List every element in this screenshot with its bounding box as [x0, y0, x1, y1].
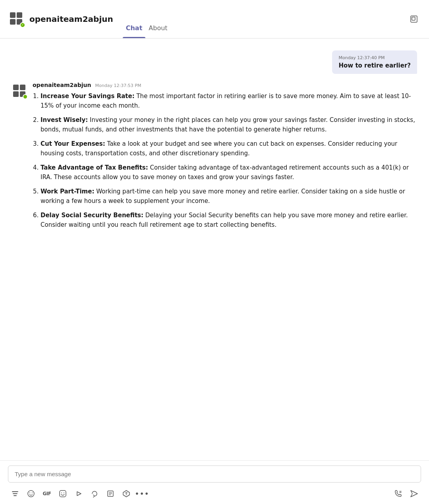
- loop-button[interactable]: [87, 487, 102, 501]
- incoming-content: openaiteam2abjun Monday 12:37:53 PM Incr…: [33, 82, 417, 234]
- incoming-timestamp: Monday 12:37:53 PM: [95, 83, 141, 88]
- more-button[interactable]: •••: [135, 487, 149, 501]
- format-icon: [11, 490, 19, 498]
- bot-online-badge: [23, 94, 28, 99]
- compose-toolbar: GIF: [8, 487, 421, 501]
- tab-about[interactable]: About: [145, 0, 170, 38]
- online-badge: [20, 22, 25, 28]
- sticker-icon: [59, 490, 67, 498]
- svg-rect-6: [13, 85, 19, 90]
- format-button[interactable]: [8, 487, 22, 501]
- response-item-1: Increase Your Savings Rate: The most imp…: [41, 91, 417, 110]
- svg-marker-19: [77, 492, 81, 496]
- popout-button[interactable]: [407, 12, 421, 26]
- svg-point-14: [29, 492, 30, 493]
- incoming-body: Increase Your Savings Rate: The most imp…: [33, 91, 417, 230]
- outgoing-message: Monday 12:37:40 PM How to retire earlier…: [0, 46, 429, 78]
- popout-icon: [410, 15, 418, 23]
- svg-marker-24: [411, 490, 417, 497]
- audio-icon: [394, 489, 402, 498]
- meet-button[interactable]: [72, 487, 86, 501]
- compose-area: GIF: [0, 460, 429, 504]
- svg-rect-5: [412, 17, 415, 20]
- svg-rect-16: [60, 490, 66, 497]
- outgoing-text: How to retire earlier?: [338, 62, 411, 69]
- praise-icon: [106, 490, 114, 498]
- response-item-4: Take Advantage of Tax Benefits: Consider…: [41, 163, 417, 182]
- audio-call-button[interactable]: [391, 487, 405, 501]
- tab-chat[interactable]: Chat: [123, 0, 146, 38]
- emoji-icon: [27, 490, 35, 498]
- header-nav: Chat About: [123, 0, 171, 38]
- incoming-message: openaiteam2abjun Monday 12:37:53 PM Incr…: [0, 78, 429, 238]
- svg-rect-2: [10, 19, 15, 25]
- emoji-button[interactable]: [24, 487, 38, 501]
- response-item-6: Delay Social Security Benefits: Delaying…: [41, 210, 417, 230]
- meet-icon: [75, 490, 83, 498]
- svg-rect-0: [10, 12, 15, 18]
- compose-input[interactable]: [8, 465, 421, 483]
- outgoing-timestamp: Monday 12:37:40 PM: [338, 55, 411, 60]
- bot-avatar-wrapper: [12, 83, 28, 99]
- sticker-button[interactable]: [56, 487, 70, 501]
- teams-button[interactable]: [119, 487, 133, 501]
- incoming-header: openaiteam2abjun Monday 12:37:53 PM: [33, 82, 417, 88]
- header-brand: openaiteam2abjun: [8, 10, 113, 28]
- svg-point-13: [28, 490, 34, 497]
- praise-button[interactable]: [103, 487, 118, 501]
- app-icon-wrapper: [8, 10, 25, 28]
- svg-point-15: [32, 492, 33, 493]
- gif-button[interactable]: GIF: [40, 487, 54, 501]
- gif-label: GIF: [43, 491, 51, 496]
- response-item-3: Cut Your Expenses: Take a look at your b…: [41, 139, 417, 158]
- send-icon: [410, 489, 418, 498]
- more-label: •••: [135, 490, 150, 498]
- send-button[interactable]: [407, 487, 421, 501]
- teams-icon: [122, 490, 130, 498]
- svg-rect-1: [17, 12, 22, 18]
- header: openaiteam2abjun Chat About: [0, 0, 429, 39]
- svg-point-18: [64, 492, 64, 493]
- response-item-5: Work Part-Time: Working part-time can he…: [41, 187, 417, 206]
- svg-point-17: [61, 492, 62, 493]
- outgoing-bubble: Monday 12:37:40 PM How to retire earlier…: [332, 50, 417, 74]
- app-title: openaiteam2abjun: [29, 14, 113, 24]
- svg-rect-7: [20, 85, 25, 90]
- sender-name: openaiteam2abjun: [33, 82, 91, 88]
- response-item-2: Invest Wisely: Investing your money in t…: [41, 115, 417, 134]
- chat-area: Monday 12:37:40 PM How to retire earlier…: [0, 39, 429, 460]
- loop-icon: [91, 490, 99, 498]
- svg-rect-8: [13, 91, 19, 97]
